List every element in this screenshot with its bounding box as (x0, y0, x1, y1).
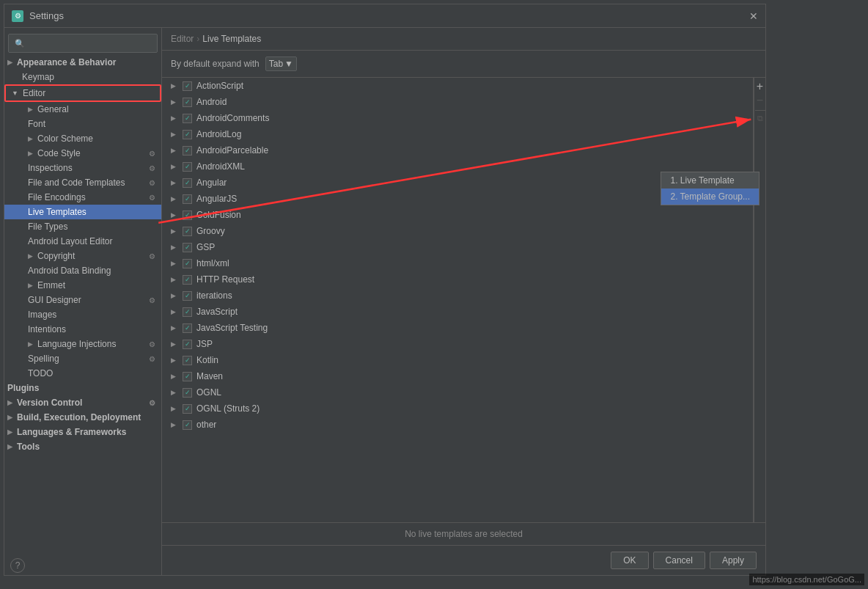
template-group-item[interactable]: ▶ JSP (162, 336, 753, 352)
breadcrumb: Editor › Live Templates (162, 28, 765, 51)
template-checkbox[interactable] (183, 130, 192, 139)
sidebar-item-version-control[interactable]: ▶ Version Control ⚙ (4, 395, 161, 410)
template-group-item[interactable]: ▶ AndroidParcelable (162, 142, 753, 158)
sidebar-item-inspections[interactable]: Inspections ⚙ (4, 161, 161, 175)
sidebar-item-todo[interactable]: TODO (4, 366, 161, 381)
template-group-item[interactable]: ▶ JavaScript Testing (162, 320, 753, 336)
search-input[interactable] (28, 38, 151, 48)
search-box[interactable]: 🔍 (8, 34, 158, 53)
template-group-item[interactable]: ▶ ActionScript (162, 78, 753, 94)
sidebar-item-images[interactable]: Images (4, 307, 161, 322)
sidebar-item-keymap[interactable]: Keymap (4, 70, 161, 84)
template-checkbox[interactable] (183, 243, 192, 252)
collapse-triangle: ▶ (7, 399, 12, 406)
template-group-item[interactable]: ▶ html/xml (162, 255, 753, 271)
template-group-item[interactable]: ▶ GSP (162, 239, 753, 255)
search-icon: 🔍 (15, 39, 25, 48)
sidebar-item-languages-frameworks[interactable]: ▶ Languages & Frameworks (4, 425, 161, 439)
sidebar-item-plugins[interactable]: Plugins (4, 381, 161, 395)
template-checkbox[interactable] (183, 291, 192, 301)
help-button[interactable]: ? (10, 558, 25, 573)
sidebar-item-emmet[interactable]: ▶ Emmet (4, 278, 161, 293)
status-area: No live templates are selected (162, 522, 765, 545)
sidebar-item-gui-designer[interactable]: GUI Designer ⚙ (4, 293, 161, 307)
cancel-button[interactable]: Cancel (653, 552, 705, 569)
main-content: Editor › Live Templates By default expan… (162, 28, 765, 575)
template-checkbox[interactable] (183, 162, 192, 172)
template-group-item[interactable]: ▶ HTTP Request (162, 271, 753, 288)
template-checkbox[interactable] (183, 356, 192, 365)
divider (755, 110, 765, 111)
template-checkbox[interactable] (183, 323, 192, 333)
template-group-item[interactable]: ▶ AndroidComments (162, 110, 753, 126)
popup-item-live-template[interactable]: 1. Live Template (661, 172, 759, 189)
template-group-item[interactable]: ▶ Kotlin (162, 352, 753, 368)
sidebar-label: Android Layout Editor (28, 236, 112, 246)
template-checkbox[interactable] (183, 178, 192, 188)
apply-button[interactable]: Apply (710, 552, 757, 569)
collapse-triangle: ▶ (28, 135, 33, 142)
template-checkbox[interactable] (183, 275, 192, 285)
template-checkbox[interactable] (183, 420, 192, 430)
sidebar-item-font[interactable]: Font (4, 117, 161, 131)
template-checkbox[interactable] (183, 372, 192, 381)
template-checkbox[interactable] (183, 81, 192, 91)
popup-item-template-group[interactable]: 2. Template Group... (661, 189, 759, 205)
sidebar-item-intentions[interactable]: Intentions (4, 322, 161, 337)
add-button[interactable]: + (757, 81, 763, 92)
remove-button[interactable]: − (757, 94, 763, 107)
template-checkbox[interactable] (183, 146, 192, 156)
template-group-name: Maven (196, 371, 223, 381)
template-checkbox[interactable] (183, 98, 192, 107)
blog-url: https://blog.csdn.net/GoGoG... (749, 574, 864, 585)
template-group-name: HTTP Request (196, 274, 254, 285)
template-checkbox[interactable] (183, 227, 192, 236)
sidebar-item-file-code-templates[interactable]: File and Code Templates ⚙ (4, 175, 161, 190)
template-group-item[interactable]: ▶ Groovy (162, 223, 753, 239)
sidebar-item-code-style[interactable]: ▶ Code Style ⚙ (4, 146, 161, 161)
template-checkbox[interactable] (183, 307, 192, 317)
template-group-item[interactable]: ▶ Android (162, 94, 753, 110)
template-checkbox[interactable] (183, 388, 192, 398)
sidebar-item-file-types[interactable]: File Types (4, 219, 161, 234)
sidebar-item-general[interactable]: ▶ General (4, 102, 161, 117)
expand-dropdown[interactable]: Tab ▼ (265, 56, 297, 71)
sidebar-item-tools[interactable]: ▶ Tools (4, 439, 161, 454)
sidebar-item-file-encodings[interactable]: File Encodings ⚙ (4, 190, 161, 205)
template-checkbox[interactable] (183, 340, 192, 349)
sidebar-item-copyright[interactable]: ▶ Copyright ⚙ (4, 249, 161, 263)
expand-triangle: ▶ (171, 324, 178, 332)
sidebar-label: Languages & Frameworks (17, 427, 126, 437)
template-group-item[interactable]: ▶ AndroidLog (162, 126, 753, 142)
sidebar-item-android-data-binding[interactable]: Android Data Binding (4, 263, 161, 278)
sidebar-item-color-scheme[interactable]: ▶ Color Scheme (4, 131, 161, 146)
dialog-footer: OK Cancel Apply (162, 545, 765, 575)
template-checkbox[interactable] (183, 194, 192, 204)
sidebar-item-spelling[interactable]: Spelling ⚙ (4, 351, 161, 366)
template-group-item[interactable]: ▶ Maven (162, 368, 753, 384)
template-checkbox[interactable] (183, 211, 192, 220)
close-button[interactable]: ✕ (749, 10, 758, 22)
template-group-item[interactable]: ▶ other (162, 417, 753, 433)
template-group-item[interactable]: ▶ iterations (162, 288, 753, 304)
expand-triangle: ▶ (171, 195, 178, 202)
sidebar-item-language-injections[interactable]: ▶ Language Injections ⚙ (4, 337, 161, 351)
template-group-item[interactable]: ▶ JavaScript (162, 304, 753, 320)
sidebar-item-live-templates[interactable]: Live Templates (4, 205, 161, 219)
template-checkbox[interactable] (183, 404, 192, 414)
sidebar-item-editor[interactable]: ▼ Editor (4, 84, 161, 102)
template-group-item[interactable]: ▶ OGNL (Struts 2) (162, 400, 753, 417)
template-group-name: OGNL (196, 387, 221, 398)
template-group-name: AndroidLog (196, 129, 241, 139)
template-group-item[interactable]: ▶ ColdFusion (162, 207, 753, 223)
sidebar-item-android-layout-editor[interactable]: Android Layout Editor (4, 234, 161, 249)
copy-button: ⧉ (757, 114, 763, 123)
sidebar-item-appearance-behavior[interactable]: ▶ Appearance & Behavior (4, 55, 161, 70)
template-group-item[interactable]: ▶ OGNL (162, 384, 753, 400)
ok-button[interactable]: OK (611, 552, 648, 569)
template-group-name: ActionScript (196, 81, 243, 91)
template-checkbox[interactable] (183, 259, 192, 268)
sidebar-label: Intentions (28, 324, 66, 334)
template-checkbox[interactable] (183, 114, 192, 123)
sidebar-item-build-execution[interactable]: ▶ Build, Execution, Deployment (4, 410, 161, 425)
